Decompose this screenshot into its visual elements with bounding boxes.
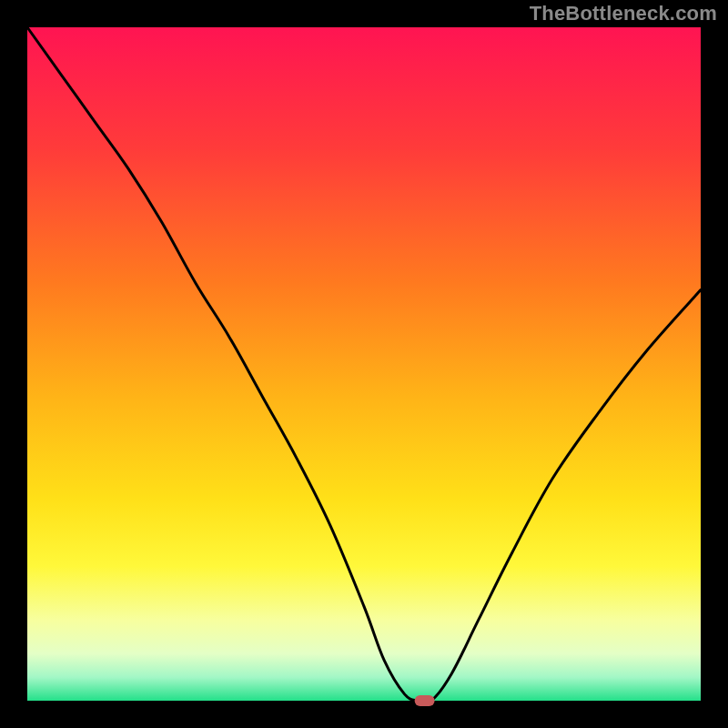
chart-container: TheBottleneck.com <box>0 0 728 728</box>
bottleneck-chart <box>0 0 728 728</box>
minimum-marker <box>415 695 435 706</box>
plot-background <box>27 27 701 701</box>
watermark-text: TheBottleneck.com <box>530 2 717 25</box>
